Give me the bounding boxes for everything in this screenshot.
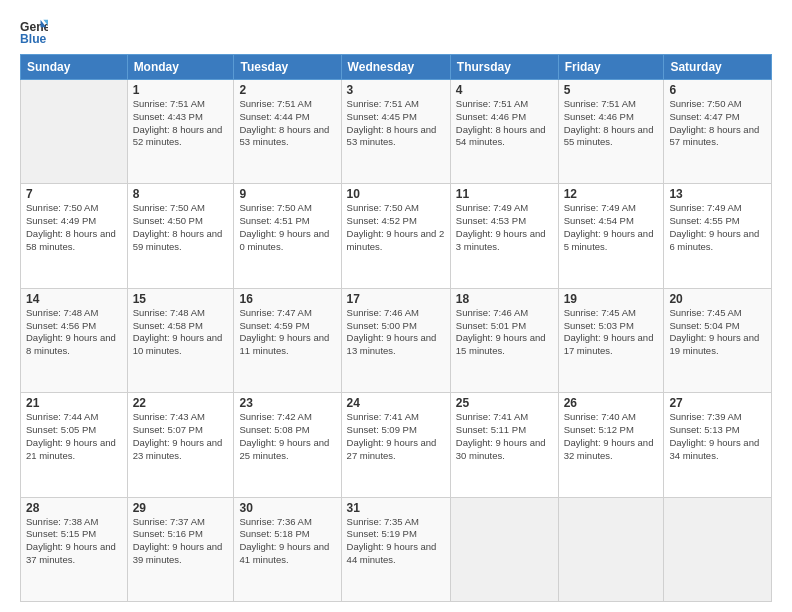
calendar-body: 1 Sunrise: 7:51 AMSunset: 4:43 PMDayligh… <box>21 80 772 602</box>
day-header-tuesday: Tuesday <box>234 55 341 80</box>
day-number: 23 <box>239 396 335 410</box>
day-number: 31 <box>347 501 445 515</box>
day-info: Sunrise: 7:48 AMSunset: 4:58 PMDaylight:… <box>133 307 223 356</box>
calendar-week-5: 28 Sunrise: 7:38 AMSunset: 5:15 PMDaylig… <box>21 497 772 601</box>
day-number: 6 <box>669 83 766 97</box>
day-number: 22 <box>133 396 229 410</box>
day-number: 7 <box>26 187 122 201</box>
day-number: 4 <box>456 83 553 97</box>
calendar-week-1: 1 Sunrise: 7:51 AMSunset: 4:43 PMDayligh… <box>21 80 772 184</box>
day-info: Sunrise: 7:49 AMSunset: 4:55 PMDaylight:… <box>669 202 759 251</box>
calendar-cell: 11 Sunrise: 7:49 AMSunset: 4:53 PMDaylig… <box>450 184 558 288</box>
day-info: Sunrise: 7:51 AMSunset: 4:46 PMDaylight:… <box>564 98 654 147</box>
day-header-wednesday: Wednesday <box>341 55 450 80</box>
day-info: Sunrise: 7:50 AMSunset: 4:47 PMDaylight:… <box>669 98 759 147</box>
day-number: 29 <box>133 501 229 515</box>
day-header-sunday: Sunday <box>21 55 128 80</box>
day-info: Sunrise: 7:50 AMSunset: 4:50 PMDaylight:… <box>133 202 223 251</box>
day-number: 5 <box>564 83 659 97</box>
calendar-week-2: 7 Sunrise: 7:50 AMSunset: 4:49 PMDayligh… <box>21 184 772 288</box>
calendar-cell: 2 Sunrise: 7:51 AMSunset: 4:44 PMDayligh… <box>234 80 341 184</box>
calendar-cell: 5 Sunrise: 7:51 AMSunset: 4:46 PMDayligh… <box>558 80 664 184</box>
day-info: Sunrise: 7:48 AMSunset: 4:56 PMDaylight:… <box>26 307 116 356</box>
day-info: Sunrise: 7:36 AMSunset: 5:18 PMDaylight:… <box>239 516 329 565</box>
calendar-cell: 24 Sunrise: 7:41 AMSunset: 5:09 PMDaylig… <box>341 393 450 497</box>
calendar-cell: 26 Sunrise: 7:40 AMSunset: 5:12 PMDaylig… <box>558 393 664 497</box>
day-number: 24 <box>347 396 445 410</box>
calendar-table: SundayMondayTuesdayWednesdayThursdayFrid… <box>20 54 772 602</box>
day-number: 25 <box>456 396 553 410</box>
day-number: 8 <box>133 187 229 201</box>
day-info: Sunrise: 7:44 AMSunset: 5:05 PMDaylight:… <box>26 411 116 460</box>
day-header-saturday: Saturday <box>664 55 772 80</box>
calendar-cell: 16 Sunrise: 7:47 AMSunset: 4:59 PMDaylig… <box>234 288 341 392</box>
calendar-cell: 29 Sunrise: 7:37 AMSunset: 5:16 PMDaylig… <box>127 497 234 601</box>
calendar-cell: 4 Sunrise: 7:51 AMSunset: 4:46 PMDayligh… <box>450 80 558 184</box>
day-info: Sunrise: 7:51 AMSunset: 4:44 PMDaylight:… <box>239 98 329 147</box>
day-info: Sunrise: 7:35 AMSunset: 5:19 PMDaylight:… <box>347 516 437 565</box>
day-number: 21 <box>26 396 122 410</box>
day-info: Sunrise: 7:49 AMSunset: 4:54 PMDaylight:… <box>564 202 654 251</box>
calendar-cell: 13 Sunrise: 7:49 AMSunset: 4:55 PMDaylig… <box>664 184 772 288</box>
calendar-cell: 23 Sunrise: 7:42 AMSunset: 5:08 PMDaylig… <box>234 393 341 497</box>
calendar-cell <box>664 497 772 601</box>
calendar-cell: 12 Sunrise: 7:49 AMSunset: 4:54 PMDaylig… <box>558 184 664 288</box>
logo: General Blue <box>20 18 48 46</box>
calendar-cell: 22 Sunrise: 7:43 AMSunset: 5:07 PMDaylig… <box>127 393 234 497</box>
calendar-cell: 30 Sunrise: 7:36 AMSunset: 5:18 PMDaylig… <box>234 497 341 601</box>
svg-text:Blue: Blue <box>20 32 47 46</box>
day-info: Sunrise: 7:41 AMSunset: 5:09 PMDaylight:… <box>347 411 437 460</box>
calendar-cell: 31 Sunrise: 7:35 AMSunset: 5:19 PMDaylig… <box>341 497 450 601</box>
day-info: Sunrise: 7:50 AMSunset: 4:52 PMDaylight:… <box>347 202 445 251</box>
day-info: Sunrise: 7:45 AMSunset: 5:03 PMDaylight:… <box>564 307 654 356</box>
day-info: Sunrise: 7:40 AMSunset: 5:12 PMDaylight:… <box>564 411 654 460</box>
calendar-week-3: 14 Sunrise: 7:48 AMSunset: 4:56 PMDaylig… <box>21 288 772 392</box>
day-header-friday: Friday <box>558 55 664 80</box>
day-info: Sunrise: 7:42 AMSunset: 5:08 PMDaylight:… <box>239 411 329 460</box>
day-header-thursday: Thursday <box>450 55 558 80</box>
day-number: 17 <box>347 292 445 306</box>
day-number: 10 <box>347 187 445 201</box>
day-info: Sunrise: 7:43 AMSunset: 5:07 PMDaylight:… <box>133 411 223 460</box>
calendar-cell: 28 Sunrise: 7:38 AMSunset: 5:15 PMDaylig… <box>21 497 128 601</box>
day-info: Sunrise: 7:41 AMSunset: 5:11 PMDaylight:… <box>456 411 546 460</box>
day-header-monday: Monday <box>127 55 234 80</box>
calendar-cell: 6 Sunrise: 7:50 AMSunset: 4:47 PMDayligh… <box>664 80 772 184</box>
day-number: 14 <box>26 292 122 306</box>
calendar-cell: 15 Sunrise: 7:48 AMSunset: 4:58 PMDaylig… <box>127 288 234 392</box>
calendar-cell <box>450 497 558 601</box>
day-number: 3 <box>347 83 445 97</box>
calendar-cell: 14 Sunrise: 7:48 AMSunset: 4:56 PMDaylig… <box>21 288 128 392</box>
calendar-cell: 10 Sunrise: 7:50 AMSunset: 4:52 PMDaylig… <box>341 184 450 288</box>
calendar-cell: 3 Sunrise: 7:51 AMSunset: 4:45 PMDayligh… <box>341 80 450 184</box>
day-info: Sunrise: 7:37 AMSunset: 5:16 PMDaylight:… <box>133 516 223 565</box>
day-number: 30 <box>239 501 335 515</box>
day-info: Sunrise: 7:38 AMSunset: 5:15 PMDaylight:… <box>26 516 116 565</box>
calendar-cell: 7 Sunrise: 7:50 AMSunset: 4:49 PMDayligh… <box>21 184 128 288</box>
day-number: 20 <box>669 292 766 306</box>
calendar-cell <box>21 80 128 184</box>
calendar-cell: 18 Sunrise: 7:46 AMSunset: 5:01 PMDaylig… <box>450 288 558 392</box>
day-info: Sunrise: 7:46 AMSunset: 5:00 PMDaylight:… <box>347 307 437 356</box>
day-info: Sunrise: 7:39 AMSunset: 5:13 PMDaylight:… <box>669 411 759 460</box>
calendar-cell: 9 Sunrise: 7:50 AMSunset: 4:51 PMDayligh… <box>234 184 341 288</box>
day-info: Sunrise: 7:46 AMSunset: 5:01 PMDaylight:… <box>456 307 546 356</box>
day-info: Sunrise: 7:51 AMSunset: 4:45 PMDaylight:… <box>347 98 437 147</box>
day-info: Sunrise: 7:47 AMSunset: 4:59 PMDaylight:… <box>239 307 329 356</box>
day-number: 28 <box>26 501 122 515</box>
day-info: Sunrise: 7:49 AMSunset: 4:53 PMDaylight:… <box>456 202 546 251</box>
calendar-week-4: 21 Sunrise: 7:44 AMSunset: 5:05 PMDaylig… <box>21 393 772 497</box>
calendar-cell: 21 Sunrise: 7:44 AMSunset: 5:05 PMDaylig… <box>21 393 128 497</box>
day-number: 1 <box>133 83 229 97</box>
day-number: 11 <box>456 187 553 201</box>
calendar-cell: 27 Sunrise: 7:39 AMSunset: 5:13 PMDaylig… <box>664 393 772 497</box>
day-number: 9 <box>239 187 335 201</box>
header: General Blue <box>20 18 772 46</box>
day-number: 2 <box>239 83 335 97</box>
calendar-cell: 19 Sunrise: 7:45 AMSunset: 5:03 PMDaylig… <box>558 288 664 392</box>
day-number: 26 <box>564 396 659 410</box>
calendar-cell <box>558 497 664 601</box>
calendar-cell: 25 Sunrise: 7:41 AMSunset: 5:11 PMDaylig… <box>450 393 558 497</box>
day-number: 13 <box>669 187 766 201</box>
day-number: 16 <box>239 292 335 306</box>
